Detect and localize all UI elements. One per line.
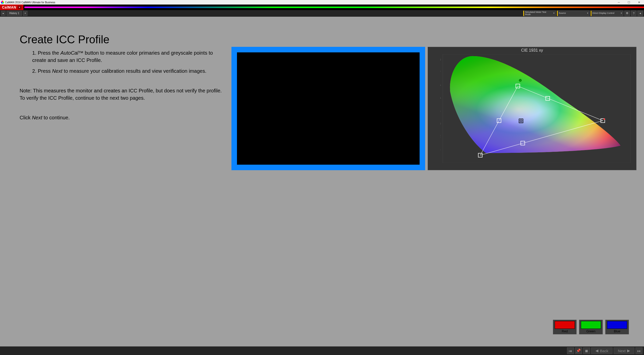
page-title: Create ICC Profile [20, 33, 109, 46]
app-logo[interactable]: CalMAN ▼ [0, 5, 23, 10]
history-tab-label: History 1 [9, 12, 19, 15]
meter-dropdown[interactable]: Simulated Meter Test Mode▼ [523, 11, 556, 16]
next-button[interactable]: Next▶ [614, 347, 634, 354]
toolbar: ▸ History 1 + Simulated Meter Test Mode▼… [0, 10, 644, 17]
source-dropdown-label: Source [559, 12, 586, 14]
svg-text:0.7: 0.7 [440, 70, 441, 74]
minimize-button[interactable]: ─ [614, 0, 624, 5]
red-swatch [555, 321, 575, 329]
svg-text:0.5: 0.5 [440, 96, 441, 100]
instructions: 1. Press the AutoCal™ button to measure … [32, 49, 223, 75]
logo-text: CalMAN [2, 5, 16, 9]
main-content: Create ICC Profile 1. Press the AutoCal™… [0, 17, 644, 346]
nav-last-button[interactable]: ⏭ [635, 347, 642, 354]
pattern-preview[interactable] [237, 52, 420, 165]
settings-button[interactable]: ⚙ [624, 11, 630, 16]
instruction-step-2: 2. Press Next to measure your calibratio… [32, 67, 223, 75]
nav-toggle-button[interactable]: ▸ [1, 11, 6, 16]
display-dropdown[interactable]: Direct Display Control▼ [591, 11, 623, 16]
collapse-button[interactable]: ◂ [637, 11, 643, 16]
app-icon [1, 1, 4, 4]
pattern-preview-frame [231, 47, 425, 170]
history-tab[interactable]: History 1 [7, 11, 22, 16]
cie-chart-panel: CIE 1931 xy [428, 47, 636, 170]
rgb-button-group: Red Green Blue [553, 320, 629, 334]
note-text: Note: This measures the monitor and crea… [20, 87, 226, 102]
chevron-down-icon: ▼ [620, 12, 622, 14]
window-title: CalMAN 2016 CalMAN Ultimate for Business [5, 1, 55, 4]
chevron-down-icon: ▼ [587, 12, 589, 14]
green-primary-button[interactable]: Green [579, 320, 603, 334]
cie-chart[interactable]: 0.1 0.2 0.3 0.4 0.5 0.6 0.7 0.8 0 0.1 0.… [440, 54, 633, 163]
brand-bar: CalMAN ▼ [0, 5, 644, 10]
blue-label: Blue [614, 329, 620, 333]
y-axis-ticks: 0.1 0.2 0.3 0.4 0.5 0.6 0.7 0.8 [440, 58, 441, 151]
chevron-down-icon: ▼ [553, 12, 555, 14]
cie-chart-title: CIE 1931 xy [428, 47, 636, 54]
bottom-bar: ⏮ 📌 ⏹ ◀Back Next▶ ⏭ [0, 346, 644, 355]
display-dropdown-label: Direct Display Control [592, 12, 620, 14]
svg-text:0.2: 0.2 [440, 134, 441, 138]
blue-swatch [607, 321, 627, 329]
measured-point-red [603, 118, 605, 120]
svg-text:0.4: 0.4 [440, 109, 441, 113]
spectrum-strip [24, 7, 644, 8]
logo-menu-icon[interactable]: ▼ [18, 6, 21, 9]
next-label: Next [618, 349, 626, 353]
close-button[interactable]: ✕ [634, 0, 644, 5]
cie-chart-svg: 0.1 0.2 0.3 0.4 0.5 0.6 0.7 0.8 0 0.1 0.… [440, 54, 633, 163]
nav-pin-button[interactable]: 📌 [575, 347, 582, 354]
next-arrow-icon: ▶ [627, 348, 630, 353]
meter-dropdown-label: Simulated Meter Test Mode [525, 11, 552, 16]
blue-primary-button[interactable]: Blue [605, 320, 629, 334]
click-next-text: Click Next to continue. [20, 115, 70, 121]
green-swatch [581, 321, 601, 329]
measured-point-green [519, 79, 521, 82]
red-label: Red [562, 329, 568, 333]
add-tab-button[interactable]: + [23, 11, 27, 16]
nav-first-button[interactable]: ⏮ [567, 347, 574, 354]
svg-text:0.6: 0.6 [440, 83, 441, 87]
svg-text:0.8: 0.8 [440, 58, 441, 61]
maximize-button[interactable]: ☐ [624, 0, 634, 5]
back-button[interactable]: ◀Back [591, 347, 613, 354]
svg-text:0.3: 0.3 [440, 122, 441, 125]
nav-stop-button[interactable]: ⏹ [583, 347, 590, 354]
window-titlebar: CalMAN 2016 CalMAN Ultimate for Business… [0, 0, 644, 5]
back-arrow-icon: ◀ [595, 348, 598, 353]
instruction-step-1: 1. Press the AutoCal™ button to measure … [32, 49, 223, 64]
help-button[interactable]: ? [631, 11, 636, 16]
svg-text:0.1: 0.1 [440, 147, 441, 151]
green-label: Green [586, 329, 595, 333]
source-dropdown[interactable]: Source▼ [557, 11, 590, 16]
red-primary-button[interactable]: Red [553, 320, 577, 334]
back-label: Back [600, 349, 608, 353]
